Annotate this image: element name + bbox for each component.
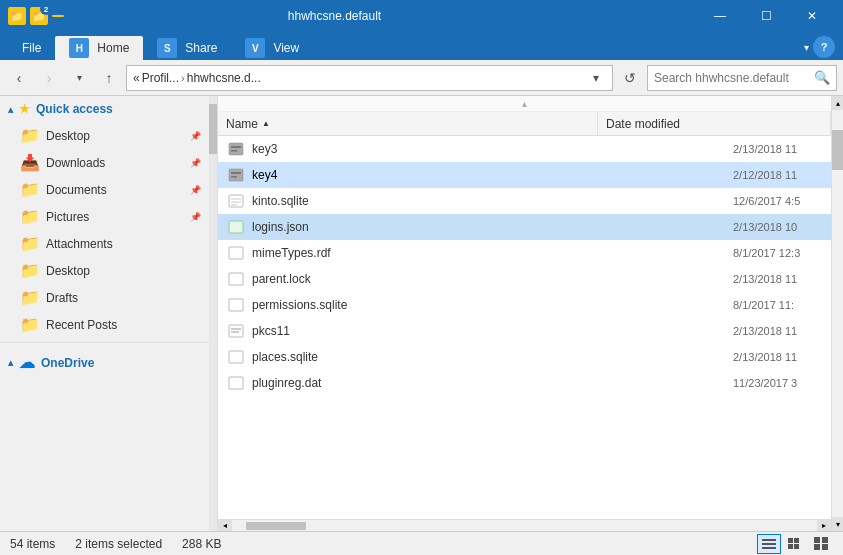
titlebar-app-icons: 📁 📁 2	[8, 7, 64, 25]
sidebar-scrollbar[interactable]	[209, 96, 217, 531]
col-header-date[interactable]: Date modified	[598, 112, 831, 135]
breadcrumb-part2[interactable]: hhwhcsne.d...	[187, 71, 261, 85]
search-input[interactable]	[654, 71, 810, 85]
search-box[interactable]: 🔍	[647, 65, 837, 91]
view-details-icon	[762, 539, 776, 549]
table-row[interactable]: places.sqlite 2/13/2018 11	[218, 344, 831, 370]
file-name-mimetypes: mimeTypes.rdf	[252, 246, 733, 260]
vscroll-down-button[interactable]: ▾	[832, 517, 843, 531]
table-row[interactable]: logins.json 2/13/2018 10	[218, 214, 831, 240]
table-row[interactable]: kinto.sqlite 12/6/2017 4:5	[218, 188, 831, 214]
table-row[interactable]: pkcs11 2/13/2018 11	[218, 318, 831, 344]
ribbon-right-controls: ▾ ?	[804, 36, 835, 60]
refresh-button[interactable]: ↺	[617, 65, 643, 91]
sidebar-section-onedrive[interactable]: ▴ ☁ OneDrive	[0, 347, 209, 378]
svg-rect-2	[231, 150, 237, 152]
tab-view-icon: V	[245, 38, 265, 58]
tab-view[interactable]: V View	[231, 36, 313, 60]
folder-desktop1-icon: 📁	[20, 126, 40, 145]
toolbar: ‹ › ▾ ↑ « Profil... › hhwhcsne.d... ▾ ↺ …	[0, 60, 843, 96]
file-icon-key4	[226, 165, 246, 185]
file-icon-pluginreg	[226, 373, 246, 393]
table-row[interactable]: key3 2/13/2018 11	[218, 136, 831, 162]
svg-rect-12	[229, 273, 243, 285]
tab-share[interactable]: S Share	[143, 36, 231, 60]
folder-desktop2-icon: 📁	[20, 261, 40, 280]
hscroll-right-button[interactable]: ▸	[817, 520, 831, 532]
ribbon-help-button[interactable]: ?	[813, 36, 835, 58]
view-list-icon	[788, 538, 802, 549]
address-dropdown-button[interactable]: ▾	[586, 66, 606, 90]
table-row[interactable]: key4 2/12/2018 11	[218, 162, 831, 188]
sidebar-item-documents[interactable]: 📁 Documents 📌	[0, 176, 209, 203]
quick-access-label: Quick access	[36, 102, 113, 116]
address-bar[interactable]: « Profil... › hhwhcsne.d... ▾	[126, 65, 613, 91]
up-button[interactable]: ↑	[96, 65, 122, 91]
sidebar-item-desktop1[interactable]: 📁 Desktop 📌	[0, 122, 209, 149]
minimize-button[interactable]: —	[697, 0, 743, 32]
folder-recent-icon: 📁	[20, 315, 40, 334]
sidebar-item-pictures[interactable]: 📁 Pictures 📌	[0, 203, 209, 230]
dropdown-button[interactable]: ▾	[66, 65, 92, 91]
hscroll-left-button[interactable]: ◂	[218, 520, 232, 532]
sidebar-item-attachments[interactable]: 📁 Attachments	[0, 230, 209, 257]
table-row[interactable]: mimeTypes.rdf 8/1/2017 12:3	[218, 240, 831, 266]
pin-pictures-icon: 📌	[190, 212, 201, 222]
vscroll-up-button[interactable]: ▴	[832, 96, 843, 110]
table-row[interactable]: permissions.sqlite 8/1/2017 11:	[218, 292, 831, 318]
folder-drafts-icon: 📁	[20, 288, 40, 307]
filelist-hscroll[interactable]: ◂ ▸	[218, 519, 831, 531]
col-date-label: Date modified	[606, 117, 680, 131]
view-details-button[interactable]	[757, 534, 781, 554]
sidebar-item-drafts[interactable]: 📁 Drafts	[0, 284, 209, 311]
tab-file[interactable]: File	[8, 36, 55, 60]
file-date-pluginreg: 11/23/2017 3	[733, 377, 823, 389]
sidebar-item-downloads[interactable]: 📥 Downloads 📌	[0, 149, 209, 176]
file-name-key3: key3	[252, 142, 733, 156]
breadcrumb-separator: ›	[181, 72, 185, 84]
pin-desktop1-icon: 📌	[190, 131, 201, 141]
vscroll-thumb[interactable]	[832, 130, 843, 170]
close-button[interactable]: ✕	[789, 0, 835, 32]
file-date-kinto: 12/6/2017 4:5	[733, 195, 823, 207]
file-date-parent: 2/13/2018 11	[733, 273, 823, 285]
sidebar-section-quick-access[interactable]: ▴ ★ Quick access	[0, 96, 209, 122]
app-icon-2: 📁 2	[30, 7, 48, 25]
forward-button[interactable]: ›	[36, 65, 62, 91]
svg-rect-11	[229, 247, 243, 259]
svg-rect-14	[229, 325, 243, 337]
folder-documents-icon: 📁	[20, 180, 40, 199]
sidebar-item-recent-posts[interactable]: 📁 Recent Posts	[0, 311, 209, 338]
file-name-logins: logins.json	[252, 220, 733, 234]
main-area: ▴ ★ Quick access 📁 Desktop 📌 📥 Downloads…	[0, 96, 843, 531]
filelist-scroll-up[interactable]: ▴	[218, 96, 831, 112]
table-row[interactable]: parent.lock 2/13/2018 11	[218, 266, 831, 292]
file-date-logins: 2/13/2018 10	[733, 221, 823, 233]
view-list-button[interactable]	[783, 534, 807, 554]
file-date-permissions: 8/1/2017 11:	[733, 299, 823, 311]
sidebar-item-label-desktop1: Desktop	[46, 129, 90, 143]
sidebar-scrollbar-thumb[interactable]	[209, 104, 217, 154]
statusbar: 54 items 2 items selected 288 KB	[0, 531, 843, 555]
file-name-parent: parent.lock	[252, 272, 733, 286]
svg-rect-3	[229, 169, 243, 181]
search-icon[interactable]: 🔍	[814, 70, 830, 85]
sidebar-item-desktop2[interactable]: 📁 Desktop	[0, 257, 209, 284]
table-row[interactable]: pluginreg.dat 11/23/2017 3	[218, 370, 831, 396]
tab-home[interactable]: H Home	[55, 36, 143, 60]
back-button[interactable]: ‹	[6, 65, 32, 91]
sidebar-item-label-desktop2: Desktop	[46, 264, 90, 278]
breadcrumb-part1[interactable]: Profil...	[142, 71, 179, 85]
col-header-name[interactable]: Name ▲	[218, 112, 598, 135]
file-name-pkcs11: pkcs11	[252, 324, 733, 338]
statusbar-view-controls	[757, 534, 833, 554]
filelist: ▴ Name ▲ Date modified key3 2/13/2018 11	[218, 96, 831, 531]
file-name-places: places.sqlite	[252, 350, 733, 364]
app-icon-1: 📁	[8, 7, 26, 25]
folder-downloads-icon: 📥	[20, 153, 40, 172]
filelist-vscroll[interactable]: ▴ ▾	[831, 96, 843, 531]
hscroll-thumb[interactable]	[246, 522, 306, 530]
view-tiles-button[interactable]	[809, 534, 833, 554]
maximize-button[interactable]: ☐	[743, 0, 789, 32]
ribbon-expand-button[interactable]: ▾	[804, 42, 809, 53]
